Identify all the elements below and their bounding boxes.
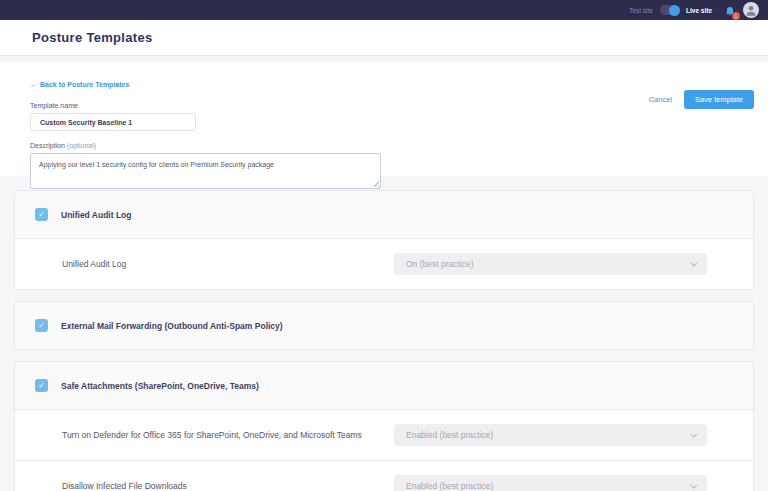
- description-label: Description (optional): [30, 142, 754, 149]
- setting-row-disallow-infected-downloads: Disallow Infected File Downloads Enabled…: [15, 460, 753, 491]
- setting-label: Disallow Infected File Downloads: [62, 481, 199, 491]
- page-header: Posture Templates: [0, 20, 768, 56]
- setting-dropdown[interactable]: Enabled (best practice): [394, 424, 707, 446]
- chevron-down-icon: [690, 430, 697, 437]
- section-external-mail-forwarding: ✓ External Mail Forwarding (Outbound Ant…: [14, 301, 754, 350]
- section-header: ✓ Safe Attachments (SharePoint, OneDrive…: [15, 362, 753, 409]
- template-name-value: Custom Security Baseline 1: [40, 119, 132, 126]
- page-title: Posture Templates: [32, 30, 152, 45]
- description-textarea[interactable]: Applying our level 1 security config for…: [30, 153, 381, 189]
- description-value: Applying our level 1 security config for…: [39, 161, 274, 168]
- template-name-input[interactable]: Custom Security Baseline 1: [30, 113, 196, 131]
- section-header: ✓ External Mail Forwarding (Outbound Ant…: [15, 302, 753, 349]
- template-form-card: ← Back to Posture Templates Cancel Save …: [0, 62, 768, 176]
- back-arrow-icon: ←: [30, 81, 37, 88]
- back-link-label: Back to Posture Templates: [40, 81, 129, 88]
- form-actions: Cancel Save template: [649, 90, 754, 109]
- setting-row-unified-audit-log: Unified Audit Log On (best practice): [15, 238, 753, 289]
- setting-label: Turn on Defender for Office 365 for Shar…: [62, 430, 374, 440]
- setting-label: Unified Audit Log: [62, 259, 138, 269]
- section-title: Unified Audit Log: [61, 210, 132, 220]
- setting-dropdown[interactable]: On (best practice): [394, 253, 707, 275]
- section-header: ✓ Unified Audit Log: [15, 191, 753, 238]
- posture-sections: ✓ Unified Audit Log Unified Audit Log On…: [14, 190, 754, 491]
- section-title: Safe Attachments (SharePoint, OneDrive, …: [61, 381, 259, 391]
- setting-dropdown[interactable]: Enabled (best practice): [394, 475, 707, 491]
- template-name-label: Template name: [30, 102, 754, 109]
- notifications-button[interactable]: 1: [724, 4, 736, 17]
- description-optional-hint: (optional): [67, 142, 96, 149]
- dropdown-value: Enabled (best practice): [406, 481, 493, 491]
- person-icon: [744, 3, 758, 17]
- dropdown-value: Enabled (best practice): [406, 430, 493, 440]
- chevron-down-icon: [690, 481, 697, 488]
- app-window: Test site Live site 1 Posture Templates: [0, 0, 768, 491]
- notification-badge: 1: [732, 12, 740, 20]
- site-toggle-knob: [669, 5, 680, 16]
- setting-row-defender-office365: Turn on Defender for Office 365 for Shar…: [15, 409, 753, 460]
- chevron-down-icon: [690, 259, 697, 266]
- section-safe-attachments: ✓ Safe Attachments (SharePoint, OneDrive…: [14, 361, 754, 491]
- dropdown-value: On (best practice): [406, 259, 474, 269]
- site-toggle[interactable]: [660, 5, 679, 15]
- section-checkbox[interactable]: ✓: [35, 208, 48, 221]
- textarea-resize-handle[interactable]: [373, 181, 379, 187]
- section-unified-audit-log: ✓ Unified Audit Log Unified Audit Log On…: [14, 190, 754, 290]
- save-template-button[interactable]: Save template: [684, 90, 754, 109]
- top-navbar: Test site Live site 1: [0, 0, 768, 20]
- user-avatar[interactable]: [743, 2, 759, 18]
- section-title: External Mail Forwarding (Outbound Anti-…: [61, 321, 283, 331]
- test-site-label: Test site: [629, 7, 653, 14]
- cancel-button[interactable]: Cancel: [649, 95, 672, 104]
- live-site-label: Live site: [686, 7, 712, 14]
- section-checkbox[interactable]: ✓: [35, 319, 48, 332]
- section-checkbox[interactable]: ✓: [35, 379, 48, 392]
- back-to-posture-templates-link[interactable]: ← Back to Posture Templates: [30, 81, 129, 88]
